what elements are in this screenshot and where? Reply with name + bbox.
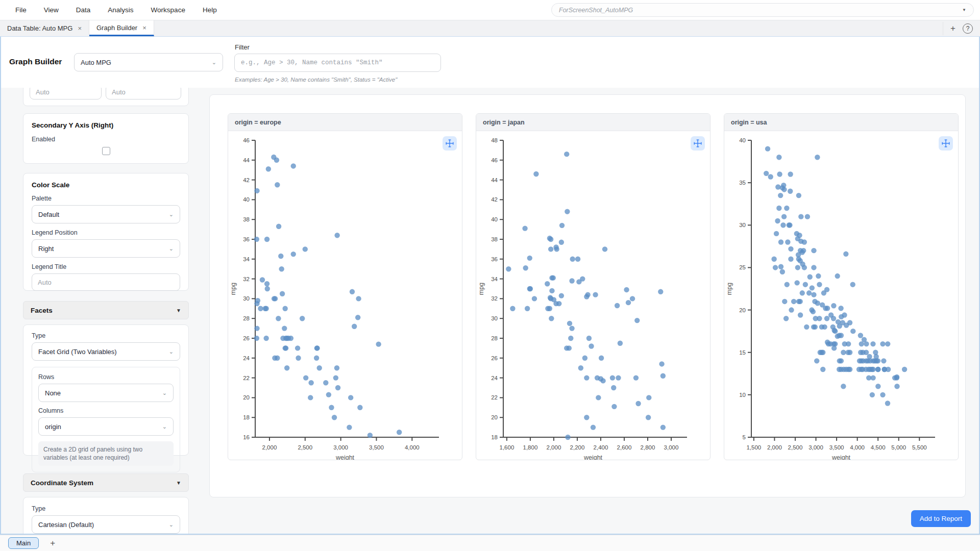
svg-text:3,000: 3,000 bbox=[808, 444, 823, 450]
svg-text:3,500: 3,500 bbox=[829, 444, 844, 450]
workspace-name-dropdown[interactable]: ForScreenShot_AutoMPG ▼ bbox=[551, 3, 974, 17]
plots-container: origin = europe 161820222426283032343638… bbox=[209, 94, 966, 497]
svg-text:40: 40 bbox=[739, 137, 746, 143]
chevron-down-icon: ⌄ bbox=[162, 423, 167, 430]
tab-graph-builder-label: Graph Builder bbox=[96, 24, 137, 32]
svg-text:34: 34 bbox=[491, 276, 498, 282]
scatter-plot-japan: 182022242628303234363840424446481,6001,8… bbox=[476, 131, 710, 460]
legend-title-input[interactable] bbox=[32, 273, 180, 291]
svg-text:26: 26 bbox=[491, 355, 498, 361]
menu-item-file[interactable]: File bbox=[15, 6, 27, 14]
scatter-plot-europe: 161820222426283032343638404244462,0002,5… bbox=[228, 131, 462, 460]
svg-text:mpg: mpg bbox=[230, 283, 237, 295]
close-icon[interactable]: × bbox=[142, 24, 146, 32]
move-icon bbox=[445, 139, 454, 148]
svg-text:weight: weight bbox=[583, 454, 603, 460]
svg-text:5,500: 5,500 bbox=[912, 444, 927, 450]
svg-text:5: 5 bbox=[743, 434, 746, 440]
facet-rows-select[interactable]: None ⌄ bbox=[38, 384, 174, 402]
chevron-down-icon: ⌄ bbox=[169, 348, 174, 355]
tab-data-table-label: Data Table: Auto MPG bbox=[7, 24, 72, 32]
facet-grid-options: Rows None ⌄ Columns origin ⌄ Create a 2D… bbox=[32, 367, 180, 472]
svg-text:26: 26 bbox=[243, 335, 250, 341]
menu-item-view[interactable]: View bbox=[44, 6, 59, 14]
legend-position-select-value: Right bbox=[38, 245, 54, 253]
coordinate-system-section-header[interactable]: Coordinate System ▼ bbox=[23, 473, 189, 492]
facet-columns-select-value: origin bbox=[45, 423, 61, 431]
help-icon[interactable]: ? bbox=[963, 23, 973, 34]
facet-columns-select[interactable]: origin ⌄ bbox=[38, 417, 174, 436]
workspace-area: Secondary Y Axis (Right) Enabled Color S… bbox=[1, 88, 979, 534]
svg-text:46: 46 bbox=[491, 157, 498, 163]
facet-panel-title: origin = japan bbox=[476, 114, 710, 131]
color-scale-card: Color Scale Palette Default ⌄ Legend Pos… bbox=[23, 173, 189, 291]
facet-panel-japan: origin = japan 1820222426283032343638404… bbox=[476, 113, 710, 460]
legend-title-label: Legend Title bbox=[32, 263, 180, 270]
workspace-name-label: ForScreenShot_AutoMPG bbox=[559, 7, 633, 14]
palette-select[interactable]: Default ⌄ bbox=[32, 205, 180, 223]
facet-panel-title: origin = usa bbox=[724, 114, 958, 131]
filter-examples-hint: Examples: Age > 30, Name contains "Smith… bbox=[235, 77, 397, 83]
bottom-tab-main[interactable]: Main bbox=[8, 537, 39, 549]
svg-text:15: 15 bbox=[739, 349, 746, 356]
svg-text:10: 10 bbox=[739, 392, 746, 398]
axis-labels-card bbox=[23, 88, 189, 106]
svg-text:mpg: mpg bbox=[478, 283, 485, 295]
collapse-caret-icon: ▼ bbox=[176, 308, 181, 313]
svg-text:weight: weight bbox=[831, 454, 851, 460]
secondary-y-enabled-checkbox[interactable] bbox=[102, 147, 110, 155]
add-bottom-tab-button[interactable]: + bbox=[50, 538, 55, 548]
legend-position-label: Legend Position bbox=[32, 229, 180, 236]
filter-label: Filter bbox=[235, 43, 250, 51]
chevron-down-icon: ⌄ bbox=[169, 211, 174, 218]
dataset-select[interactable]: Auto MPG ⌄ bbox=[74, 53, 223, 71]
svg-text:5,000: 5,000 bbox=[891, 444, 906, 450]
move-plot-button[interactable] bbox=[691, 136, 705, 151]
move-plot-button[interactable] bbox=[939, 136, 953, 151]
coordinate-system-card: Type Cartesian (Default) ⌄ bbox=[23, 497, 189, 534]
svg-text:4,500: 4,500 bbox=[871, 444, 886, 450]
add-to-report-button[interactable]: Add to Report bbox=[911, 510, 971, 527]
palette-label: Palette bbox=[32, 195, 180, 202]
svg-text:36: 36 bbox=[243, 236, 250, 242]
menu-item-workspace[interactable]: Workspace bbox=[151, 6, 185, 14]
svg-text:mpg: mpg bbox=[726, 283, 733, 295]
coordinate-system-title: Coordinate System bbox=[31, 479, 93, 487]
facet-type-select[interactable]: Facet Grid (Two Variables) ⌄ bbox=[32, 342, 180, 361]
svg-text:36: 36 bbox=[491, 256, 498, 262]
y-axis-label-input[interactable] bbox=[106, 88, 181, 99]
facet-rows-select-value: None bbox=[45, 389, 61, 397]
facet-type-label: Type bbox=[32, 332, 180, 339]
svg-text:4,000: 4,000 bbox=[405, 444, 420, 450]
svg-text:30: 30 bbox=[491, 315, 498, 321]
menu-item-analysis[interactable]: Analysis bbox=[108, 6, 133, 14]
svg-text:48: 48 bbox=[491, 137, 498, 143]
filter-input[interactable] bbox=[234, 54, 441, 72]
tab-data-table[interactable]: Data Table: Auto MPG × bbox=[0, 20, 89, 36]
svg-text:30: 30 bbox=[243, 295, 250, 302]
chevron-down-icon: ⌄ bbox=[212, 59, 216, 66]
move-plot-button[interactable] bbox=[443, 136, 457, 151]
menu-item-data[interactable]: Data bbox=[76, 6, 91, 14]
svg-text:2,200: 2,200 bbox=[570, 444, 585, 450]
svg-text:42: 42 bbox=[491, 196, 498, 203]
facets-section-header[interactable]: Facets ▼ bbox=[23, 301, 189, 319]
svg-text:35: 35 bbox=[739, 180, 746, 186]
svg-text:25: 25 bbox=[739, 264, 746, 270]
svg-text:2,000: 2,000 bbox=[262, 444, 277, 450]
svg-text:40: 40 bbox=[491, 216, 498, 222]
x-axis-label-input[interactable] bbox=[30, 88, 102, 99]
svg-text:20: 20 bbox=[739, 307, 746, 313]
enabled-label: Enabled bbox=[32, 136, 180, 143]
new-tab-button[interactable]: + bbox=[943, 22, 955, 35]
svg-text:22: 22 bbox=[491, 394, 498, 400]
close-icon[interactable]: × bbox=[78, 24, 82, 32]
legend-position-select[interactable]: Right ⌄ bbox=[32, 239, 180, 258]
secondary-y-axis-title: Secondary Y Axis (Right) bbox=[32, 121, 180, 129]
coordinate-type-select[interactable]: Cartesian (Default) ⌄ bbox=[32, 515, 180, 534]
move-icon bbox=[941, 139, 950, 148]
svg-text:weight: weight bbox=[335, 454, 355, 460]
svg-text:2,600: 2,600 bbox=[617, 444, 632, 450]
tab-graph-builder[interactable]: Graph Builder × bbox=[89, 20, 154, 36]
menu-item-help[interactable]: Help bbox=[203, 6, 217, 14]
